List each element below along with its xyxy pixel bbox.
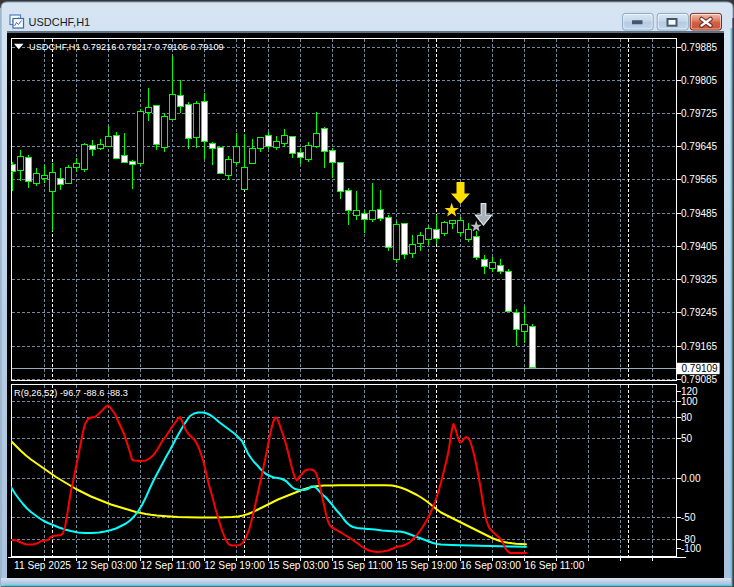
svg-text:15 Sep 03:00: 15 Sep 03:00 xyxy=(268,560,329,571)
svg-text:0.79405: 0.79405 xyxy=(681,241,718,252)
svg-text:R(9,26,52) -96.7 -88.6 -88.3: R(9,26,52) -96.7 -88.6 -88.3 xyxy=(14,388,128,398)
svg-text:100: 100 xyxy=(681,396,698,407)
svg-text:16 Sep 03:00: 16 Sep 03:00 xyxy=(460,560,521,571)
svg-text:-100: -100 xyxy=(681,543,701,554)
svg-text:0.79805: 0.79805 xyxy=(681,75,718,86)
svg-text:80: 80 xyxy=(681,412,693,423)
svg-text:12 Sep 11:00: 12 Sep 11:00 xyxy=(141,560,201,571)
svg-text:0.79165: 0.79165 xyxy=(681,341,718,352)
svg-text:50: 50 xyxy=(681,433,693,444)
svg-text:0.79245: 0.79245 xyxy=(681,307,718,318)
svg-text:12 Sep 19:00: 12 Sep 19:00 xyxy=(204,560,265,571)
svg-text:0.79725: 0.79725 xyxy=(681,108,718,119)
svg-text:0.00: 0.00 xyxy=(681,473,701,484)
svg-text:0.79645: 0.79645 xyxy=(681,141,718,152)
svg-text:15 Sep 19:00: 15 Sep 19:00 xyxy=(396,560,457,571)
svg-text:15 Sep 11:00: 15 Sep 11:00 xyxy=(333,560,393,571)
svg-text:0.79565: 0.79565 xyxy=(681,174,718,185)
svg-text:0.79085: 0.79085 xyxy=(681,374,718,385)
svg-text:0.79325: 0.79325 xyxy=(681,274,718,285)
svg-text:12 Sep 03:00: 12 Sep 03:00 xyxy=(76,560,137,571)
svg-text:0.79885: 0.79885 xyxy=(681,42,718,53)
svg-text:16 Sep 11:00: 16 Sep 11:00 xyxy=(525,560,585,571)
svg-text:USDCHF,H1 0.79216 0.79217 0.79: USDCHF,H1 0.79216 0.79217 0.79105 0.7910… xyxy=(29,42,224,52)
svg-text:-50: -50 xyxy=(681,512,696,523)
svg-text:0.79485: 0.79485 xyxy=(681,208,718,219)
svg-text:USDCHF,H1: USDCHF,H1 xyxy=(29,16,91,28)
svg-text:0.79109: 0.79109 xyxy=(682,363,719,374)
svg-text:11 Sep 2025: 11 Sep 2025 xyxy=(14,560,71,571)
